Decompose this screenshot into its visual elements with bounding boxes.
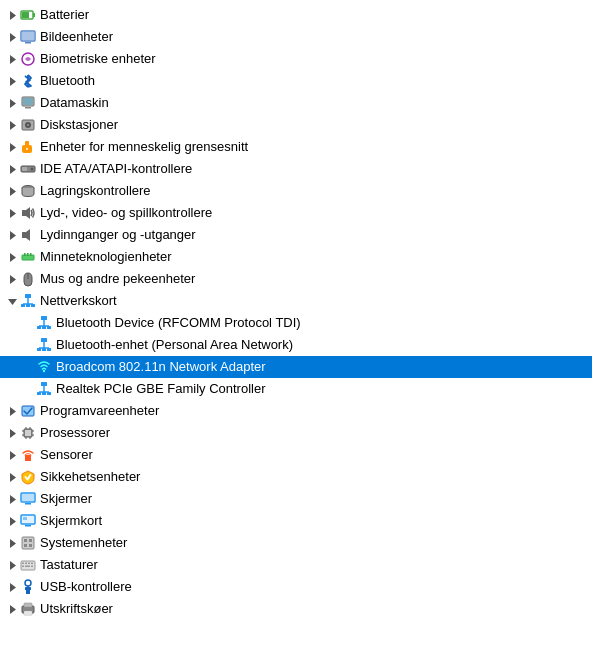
tree-item-nettverkskort[interactable]: Nettverkskort (0, 290, 592, 312)
label-nettverkskort: Nettverkskort (40, 290, 117, 312)
tree-item-lagring[interactable]: Lagringskontrollere (0, 180, 592, 202)
icon-systemenheter (20, 535, 36, 551)
svg-marker-88 (10, 517, 16, 526)
icon-bt-pan (36, 337, 52, 353)
tree-item-bluetooth[interactable]: Bluetooth (0, 70, 592, 92)
svg-rect-103 (28, 563, 30, 565)
tree-item-tastaturer[interactable]: Tastaturer (0, 554, 592, 576)
tree-item-skjermer[interactable]: Skjermer (0, 488, 592, 510)
tree-item-skjermkort[interactable]: Skjermkort (0, 510, 592, 532)
svg-marker-83 (10, 473, 16, 482)
tree-item-sensorer[interactable]: Sensorer (0, 444, 592, 466)
expander-bildeenheter[interactable] (4, 29, 20, 45)
svg-rect-106 (25, 566, 30, 568)
icon-mus (20, 271, 36, 287)
tree-item-mus[interactable]: Mus og andre pekeenheter (0, 268, 592, 290)
svg-rect-115 (24, 603, 32, 607)
tree-item-datamaskin[interactable]: Datamaskin (0, 92, 592, 114)
tree-item-ide[interactable]: IDE ATA/ATAPI-kontrollere (0, 158, 592, 180)
label-lyd: Lyd-, video- og spillkontrollere (40, 202, 212, 224)
svg-marker-70 (10, 429, 16, 438)
expander-utskrift[interactable] (4, 601, 20, 617)
label-broadcom: Broadcom 802.11n Network Adapter (56, 356, 266, 378)
label-mus: Mus og andre pekeenheter (40, 268, 195, 290)
svg-rect-110 (25, 587, 31, 590)
tree-item-bt-pan[interactable]: Bluetooth-enhet (Personal Area Network) (0, 334, 592, 356)
expander-diskstasjoner[interactable] (4, 117, 20, 133)
tree-item-biometriske[interactable]: Biometriske enheter (0, 48, 592, 70)
tree-item-sikkerhets[interactable]: Sikkehetsenheter (0, 466, 592, 488)
expander-enheter[interactable] (4, 139, 20, 155)
expander-skjermer[interactable] (4, 491, 20, 507)
label-realtek: Realtek PCIe GBE Family Controller (56, 378, 266, 400)
svg-marker-68 (10, 407, 16, 416)
label-batterier: Batterier (40, 4, 89, 26)
icon-usb (20, 579, 36, 595)
tree-item-minne[interactable]: Minneteknologienheter (0, 246, 592, 268)
expander-programvare[interactable] (4, 403, 20, 419)
icon-skjermkort (20, 513, 36, 529)
tree-item-prosessorer[interactable]: Prosessorer (0, 422, 592, 444)
tree-item-bildeenheter[interactable]: Bildeenheter (0, 26, 592, 48)
svg-rect-14 (25, 107, 31, 109)
expander-tastaturer[interactable] (4, 557, 20, 573)
tree-item-broadcom[interactable]: Broadcom 802.11n Network Adapter (0, 356, 592, 378)
expander-sikkerhets[interactable] (4, 469, 20, 485)
svg-marker-15 (10, 121, 16, 130)
svg-rect-62 (41, 382, 47, 386)
svg-rect-7 (22, 32, 34, 40)
expander-biometriske[interactable] (4, 51, 20, 67)
svg-rect-49 (41, 316, 47, 320)
label-lyd2: Lydinnganger og -utganger (40, 224, 196, 246)
svg-marker-27 (10, 187, 16, 196)
device-manager-tree: BatterierBildeenheterBiometriske enheter… (0, 0, 592, 624)
svg-rect-43 (25, 294, 31, 298)
tree-item-bt-rfcomm[interactable]: Bluetooth Device (RFCOMM Protocol TDI) (0, 312, 592, 334)
svg-rect-21 (25, 141, 29, 146)
tree-item-systemenheter[interactable]: Systemenheter (0, 532, 592, 554)
tree-item-realtek[interactable]: Realtek PCIe GBE Family Controller (0, 378, 592, 400)
tree-item-usb[interactable]: USB-kontrollere (0, 576, 592, 598)
svg-marker-35 (10, 253, 16, 262)
tree-item-utskrift[interactable]: Utskriftskøer (0, 598, 592, 620)
expander-usb[interactable] (4, 579, 20, 595)
expander-ide[interactable] (4, 161, 20, 177)
tree-item-programvare[interactable]: Programvareenheter (0, 400, 592, 422)
expander-minne[interactable] (4, 249, 20, 265)
svg-rect-95 (24, 539, 27, 542)
tree-item-batterier[interactable]: Batterier (0, 4, 592, 26)
icon-skjermer (20, 491, 36, 507)
expander-nettverkskort[interactable] (4, 293, 20, 309)
expander-systemenheter[interactable] (4, 535, 20, 551)
svg-rect-92 (23, 517, 27, 520)
expander-lagring[interactable] (4, 183, 20, 199)
expander-batterier[interactable] (4, 7, 20, 23)
svg-rect-39 (30, 253, 32, 256)
svg-marker-29 (10, 209, 16, 218)
svg-rect-107 (31, 566, 33, 568)
expander-lyd[interactable] (4, 205, 20, 221)
svg-marker-0 (10, 11, 16, 20)
expander-mus[interactable] (4, 271, 20, 287)
label-bt-rfcomm: Bluetooth Device (RFCOMM Protocol TDI) (56, 312, 301, 334)
tree-item-diskstasjoner[interactable]: Diskstasjoner (0, 114, 592, 136)
label-sikkerhets: Sikkehetsenheter (40, 466, 140, 488)
expander-lyd2[interactable] (4, 227, 20, 243)
expander-bluetooth[interactable] (4, 73, 20, 89)
expander-datamaskin[interactable] (4, 95, 20, 111)
tree-item-lyd[interactable]: Lyd-, video- og spillkontrollere (0, 202, 592, 224)
label-bluetooth: Bluetooth (40, 70, 95, 92)
svg-marker-93 (10, 539, 16, 548)
label-utskrift: Utskriftskøer (40, 598, 113, 620)
tree-item-enheter[interactable]: Enheter for menneskelig grensesnitt (0, 136, 592, 158)
expander-sensorer[interactable] (4, 447, 20, 463)
expander-skjermkort[interactable] (4, 513, 20, 529)
label-minne: Minneteknologienheter (40, 246, 172, 268)
svg-marker-10 (10, 77, 16, 86)
expander-prosessorer[interactable] (4, 425, 20, 441)
svg-point-111 (25, 580, 31, 586)
label-enheter: Enheter for menneskelig grensesnitt (40, 136, 248, 158)
tree-item-lyd2[interactable]: Lydinnganger og -utganger (0, 224, 592, 246)
icon-broadcom (36, 359, 52, 375)
icon-tastaturer (20, 557, 36, 573)
